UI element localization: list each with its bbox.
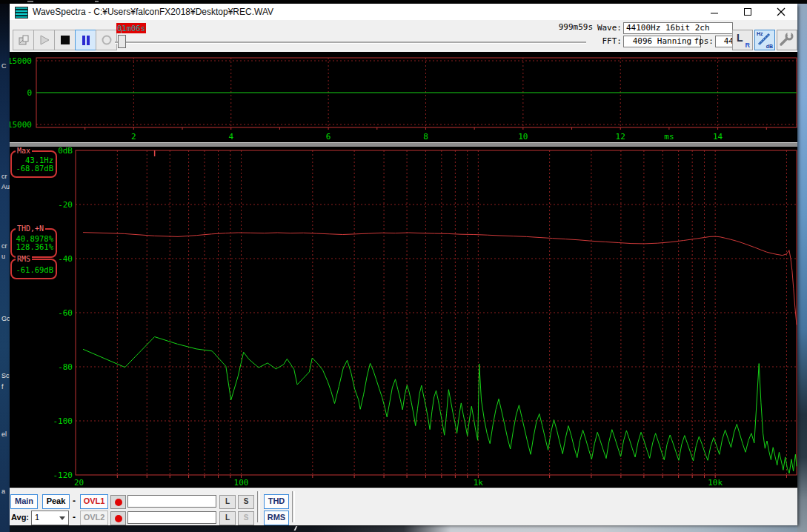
settings-button[interactable] — [777, 30, 797, 50]
wavespectra-window: WaveSpectra - C:¥Users¥falconFX2018¥Desk… — [10, 4, 797, 525]
main-button[interactable]: Main — [10, 494, 38, 509]
desktop-icon-text-fragment: C — [1, 62, 7, 70]
pause-icon — [81, 35, 91, 46]
desktop-right-strip — [797, 0, 807, 532]
channel-lr-button[interactable]: L R — [732, 30, 753, 50]
window-title: WaveSpectra - C:¥Users¥falconFX2018¥Desk… — [33, 7, 273, 17]
svg-text:10k: 10k — [708, 478, 723, 488]
pause-button[interactable] — [75, 30, 96, 50]
stop-icon — [60, 35, 70, 45]
chart-area: 2468101214150000-15000ms 0dB-20-40-60-80… — [10, 52, 797, 488]
stop-button[interactable] — [54, 30, 76, 50]
svg-text:14: 14 — [713, 132, 723, 142]
hz-glyph: Hz — [757, 31, 763, 36]
rms-button[interactable]: RMS — [264, 511, 289, 525]
desktop-icon-text-fragment: Sc — [1, 372, 10, 379]
desktop-icon-text-fragment: u — [1, 253, 5, 260]
rms-readout: RMS -61.69dB — [10, 259, 57, 279]
thd-readout-label: THD,+N — [16, 225, 45, 233]
background-window-mark — [95, 1, 99, 2]
svg-text:ms: ms — [664, 132, 674, 142]
bottom-control-panel: Main Peak - OVL1 L S THD Avg: 1 - OVL2 L… — [10, 488, 797, 525]
fft-label: FFT: — [597, 36, 622, 46]
ovl1-save-button[interactable]: S — [238, 495, 254, 509]
svg-text:-15000: -15000 — [10, 120, 32, 130]
avg-select[interactable]: 1 — [31, 511, 69, 525]
open-file-icon — [17, 34, 30, 46]
svg-text:2: 2 — [131, 132, 136, 142]
play-button[interactable] — [33, 30, 55, 50]
svg-text:-80: -80 — [58, 362, 73, 372]
svg-text:100: 100 — [234, 478, 249, 488]
minimize-button[interactable] — [697, 4, 731, 20]
record-icon — [101, 34, 113, 46]
seek-slider-track[interactable] — [115, 41, 586, 43]
lr-main-glyph: L — [737, 32, 743, 44]
desktop-icon-text-fragment: el — [1, 430, 7, 438]
svg-text:10: 10 — [518, 132, 528, 142]
spectrum-chart: 0dB-20-40-60-80-100-120201001k10k — [10, 146, 797, 488]
ovl2-load-button[interactable]: L — [219, 511, 236, 525]
svg-text:-40: -40 — [58, 254, 73, 264]
svg-text:6: 6 — [326, 132, 331, 142]
close-icon — [777, 7, 786, 16]
rms-readout-label: RMS — [16, 255, 32, 263]
db-glyph: dB — [766, 44, 773, 49]
close-button[interactable] — [764, 4, 797, 20]
chevron-down-icon — [59, 516, 65, 520]
svg-text:-60: -60 — [58, 308, 73, 318]
rms-value: -61.69dB — [12, 266, 56, 274]
screen: CcrAucruGcScfela WaveSpectra - C:¥Users¥… — [0, 0, 807, 532]
ovl1-file-input[interactable] — [127, 495, 216, 508]
seek-slider-thumb[interactable] — [118, 35, 126, 48]
svg-text:15000: 15000 — [10, 56, 32, 66]
fps-label: fps: — [691, 36, 714, 46]
peak-button[interactable]: Peak — [42, 494, 70, 509]
panel-groove — [257, 491, 260, 522]
desktop-icon-text-fragment: Au — [1, 183, 10, 190]
max-readout-label: Max — [16, 147, 32, 155]
title-bar[interactable]: WaveSpectra - C:¥Users¥falconFX2018¥Desk… — [10, 4, 797, 20]
record-button[interactable] — [96, 30, 117, 50]
play-icon — [39, 34, 50, 46]
maximize-button[interactable] — [731, 4, 764, 20]
max-readout: Max 43.1Hz -68.87dB — [10, 150, 57, 178]
ovl2-button[interactable]: OVL2 — [80, 511, 108, 525]
total-time-label: 999m59s — [545, 22, 593, 32]
svg-text:20: 20 — [74, 478, 84, 488]
wrench-icon — [777, 30, 795, 48]
dash-separator-1: - — [73, 496, 76, 506]
desktop-icon-text-fragment: f — [1, 383, 4, 390]
ovl2-save-button[interactable]: S — [238, 511, 254, 525]
svg-text:12: 12 — [616, 132, 625, 142]
svg-text:0: 0 — [27, 88, 32, 98]
ovl1-load-button[interactable]: L — [219, 495, 236, 509]
seek-slider-tick — [121, 30, 122, 33]
app-icon — [15, 7, 28, 19]
svg-text:4: 4 — [228, 132, 233, 142]
svg-text:1k: 1k — [474, 478, 484, 488]
desktop-icon-text-fragment: cr — [1, 242, 7, 250]
ovl2-color-button[interactable] — [110, 511, 126, 525]
panel-groove — [292, 491, 295, 522]
svg-text:-120: -120 — [53, 471, 73, 480]
ovl2-file-input[interactable] — [127, 511, 216, 524]
svg-text:0dB: 0dB — [58, 146, 73, 156]
svg-text:8: 8 — [423, 132, 428, 142]
desktop-icon-text-fragment: a — [1, 488, 5, 495]
svg-text:-20: -20 — [58, 200, 73, 210]
desktop-icon-text-fragment: cr — [1, 173, 7, 180]
thd-value-2: 128.361% — [12, 243, 56, 251]
max-level-value: -68.87dB — [12, 164, 56, 173]
waveform-chart: 2468101214150000-15000ms — [10, 52, 797, 142]
hz-db-scale-button[interactable]: Hz dB — [754, 30, 775, 50]
avg-selected-value: 1 — [35, 513, 39, 522]
desktop-bottom-strip — [10, 525, 797, 532]
thd-button[interactable]: THD — [264, 494, 289, 509]
ovl1-color-dot — [115, 499, 122, 506]
ovl1-color-button[interactable] — [110, 495, 126, 509]
open-file-button[interactable] — [13, 30, 34, 50]
ovl1-button[interactable]: OVL1 — [80, 494, 108, 509]
svg-text:-100: -100 — [53, 416, 73, 426]
thd-readout: THD,+N 40.8978% 128.361% — [10, 228, 57, 258]
